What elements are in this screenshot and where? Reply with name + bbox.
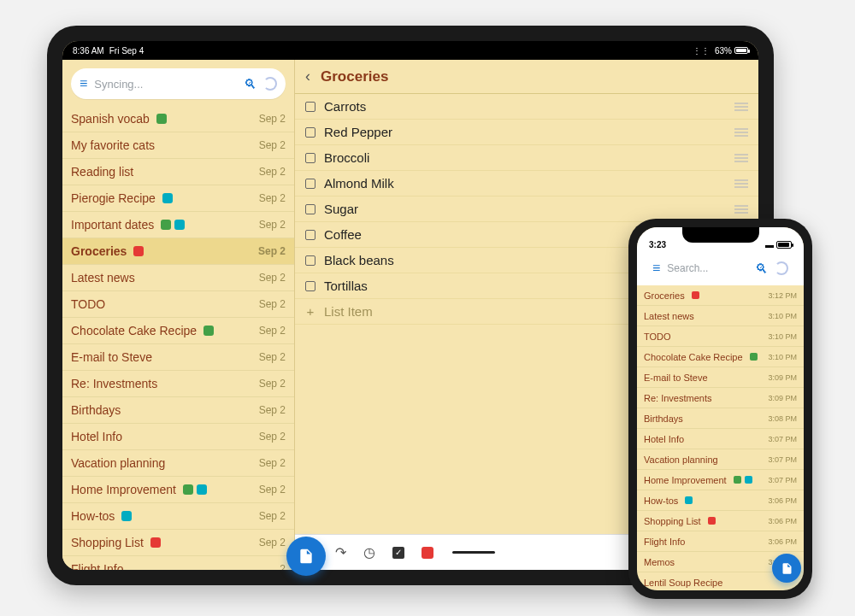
sync-icon[interactable]	[775, 261, 788, 275]
checklist-item[interactable]: Broccoli	[295, 145, 758, 171]
tag-icon	[745, 476, 752, 484]
note-row[interactable]: Chocolate Cake Recipe3:10 PM	[637, 347, 804, 367]
redo-icon[interactable]: ↷	[335, 544, 346, 560]
note-row[interactable]: Flight Info2	[62, 556, 294, 570]
checklist-text: Carrots	[324, 99, 726, 114]
checklist-item[interactable]: Almond Milk	[295, 171, 758, 197]
note-title: Groceries	[644, 290, 685, 301]
drag-handle-icon[interactable]	[734, 128, 748, 137]
checkbox-icon[interactable]	[305, 230, 315, 240]
checklist-text: Sugar	[324, 202, 726, 216]
new-note-button[interactable]	[772, 554, 801, 583]
note-tags	[183, 484, 252, 495]
note-row[interactable]: Pierogie RecipeSep 2	[62, 185, 294, 212]
search-icon[interactable]: 🔍︎	[755, 261, 768, 276]
checkbox-icon[interactable]	[305, 102, 315, 112]
menu-icon[interactable]: ≡	[80, 76, 87, 91]
note-title: Vacation planning	[71, 456, 165, 470]
checkbox-icon[interactable]	[305, 255, 315, 266]
sync-icon[interactable]	[263, 77, 277, 91]
note-row[interactable]: Shopping ListSep 2	[62, 530, 294, 556]
checklist-item[interactable]: Red Pepper	[295, 120, 758, 145]
note-date: 3:12 PM	[768, 291, 797, 300]
note-date: Sep 2	[259, 298, 286, 310]
note-title: Birthdays	[71, 403, 121, 417]
note-date: Sep 2	[259, 192, 286, 204]
note-date: Sep 2	[259, 431, 286, 443]
checkbox-icon[interactable]	[305, 153, 315, 163]
note-title: Memos	[644, 557, 675, 567]
tag-tool-icon[interactable]	[422, 547, 433, 559]
note-tags	[121, 511, 251, 521]
history-icon[interactable]: ◷	[363, 544, 375, 560]
note-title: Hotel Info	[71, 430, 122, 443]
wifi-icon: ⋮⋮	[693, 46, 710, 56]
note-row[interactable]: Home Improvement3:07 PM	[637, 470, 804, 490]
toolbar-handle	[452, 551, 495, 554]
note-tags	[708, 517, 762, 525]
back-icon[interactable]: ‹	[305, 67, 310, 85]
checkbox-icon[interactable]	[305, 127, 315, 138]
drag-handle-icon[interactable]	[734, 103, 748, 111]
note-row[interactable]: Vacation planningSep 2	[62, 450, 294, 477]
checklist-item[interactable]: Carrots	[295, 94, 758, 120]
note-row[interactable]: Flight Info3:06 PM	[637, 531, 804, 552]
note-row[interactable]: Groceries3:12 PM	[637, 285, 804, 306]
note-row[interactable]: TODOSep 2	[62, 291, 294, 318]
note-row[interactable]: Birthdays3:08 PM	[637, 408, 804, 429]
note-title: Important dates	[71, 218, 154, 232]
note-row[interactable]: Shopping List3:06 PM	[637, 511, 804, 531]
note-row[interactable]: Important datesSep 2	[62, 212, 294, 238]
drag-handle-icon[interactable]	[734, 179, 748, 188]
search-input[interactable]: ≡ Search... 🔍︎	[644, 256, 797, 280]
tag-icon	[692, 291, 699, 299]
note-date: Sep 2	[259, 537, 286, 549]
note-title: Flight Info	[71, 562, 123, 570]
note-title: My favorite cats	[71, 138, 155, 152]
search-input[interactable]: ≡ Syncing... 🔍︎	[71, 68, 286, 99]
note-row[interactable]: Reading listSep 2	[62, 159, 294, 185]
note-row[interactable]: Latest news3:10 PM	[637, 306, 804, 326]
note-row[interactable]: Re: InvestmentsSep 2	[62, 371, 294, 397]
note-date: 3:07 PM	[768, 476, 797, 484]
drag-handle-icon[interactable]	[734, 154, 748, 162]
drag-handle-icon[interactable]	[734, 205, 748, 214]
signal-icon: ▬	[765, 240, 773, 249]
note-row[interactable]: How-tos3:06 PM	[637, 490, 804, 511]
note-title: Hotel Info	[644, 434, 684, 444]
note-date: Sep 2	[259, 378, 286, 390]
note-row[interactable]: How-tosSep 2	[62, 503, 294, 530]
note-row[interactable]: E-mail to SteveSep 2	[62, 344, 294, 371]
note-row[interactable]: E-mail to Steve3:09 PM	[637, 367, 804, 388]
note-row[interactable]: Hotel Info3:07 PM	[637, 429, 804, 449]
note-row[interactable]: BirthdaysSep 2	[62, 397, 294, 424]
menu-icon[interactable]: ≡	[652, 261, 660, 276]
note-row[interactable]: Vacation planning3:07 PM	[637, 449, 804, 470]
note-tags	[162, 193, 252, 203]
note-row[interactable]: Re: Investments3:09 PM	[637, 388, 804, 408]
note-date: 3:06 PM	[768, 496, 797, 505]
note-row[interactable]: Chocolate Cake RecipeSep 2	[62, 318, 294, 344]
note-title: E-mail to Steve	[71, 350, 152, 364]
plus-icon: +	[305, 304, 315, 319]
note-date: Sep 2	[259, 404, 286, 416]
note-row[interactable]: GroceriesSep 2	[62, 238, 294, 265]
note-date: 3:07 PM	[768, 435, 797, 443]
checkbox-tool-icon[interactable]: ✓	[392, 547, 404, 559]
note-row[interactable]: Spanish vocabSep 2	[62, 106, 294, 132]
note-date: Sep 2	[259, 484, 286, 496]
sidebar: ≡ Syncing... 🔍︎ Spanish vocabSep 2My fav…	[62, 60, 295, 570]
checkbox-icon[interactable]	[305, 179, 315, 189]
statusbar-time: 3:23	[649, 240, 666, 249]
checkbox-icon[interactable]	[305, 281, 315, 291]
note-row[interactable]: Latest newsSep 2	[62, 265, 294, 291]
note-date: 3:09 PM	[768, 394, 797, 402]
note-row[interactable]: Home ImprovementSep 2	[62, 477, 294, 503]
note-row[interactable]: Hotel InfoSep 2	[62, 424, 294, 450]
checkbox-icon[interactable]	[305, 204, 315, 214]
search-icon[interactable]: 🔍︎	[244, 77, 256, 91]
tag-icon	[121, 511, 132, 521]
note-row[interactable]: My favorite catsSep 2	[62, 132, 294, 159]
new-note-button[interactable]	[286, 537, 326, 576]
note-row[interactable]: TODO3:10 PM	[637, 326, 804, 347]
